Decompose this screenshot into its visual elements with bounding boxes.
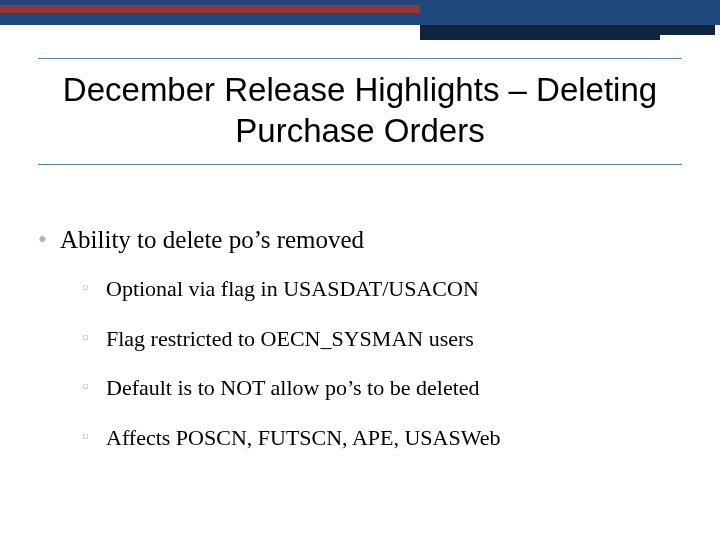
top-band-red-strip [0,5,420,13]
list-item-text: Optional via flag in USASDAT/USACON [106,276,479,301]
top-band-dark-strip [420,25,715,35]
body: Ability to delete po’s removed Optional … [34,225,686,473]
sub-bullet-list: Optional via flag in USASDAT/USACON Flag… [60,275,686,451]
list-item-text: Ability to delete po’s removed [60,226,364,253]
list-item-text: Flag restricted to OECN_SYSMAN users [106,326,474,351]
slide-title: December Release Highlights – Deleting P… [38,69,682,152]
list-item-text: Default is to NOT allow po’s to be delet… [106,375,480,400]
title-box: December Release Highlights – Deleting P… [38,58,682,165]
list-item: Default is to NOT allow po’s to be delet… [60,374,686,402]
list-item-text: Affects POSCN, FUTSCN, APE, USASWeb [106,425,501,450]
list-item: Ability to delete po’s removed Optional … [34,225,686,451]
list-item: Affects POSCN, FUTSCN, APE, USASWeb [60,424,686,452]
list-item: Flag restricted to OECN_SYSMAN users [60,325,686,353]
slide: December Release Highlights – Deleting P… [0,0,720,540]
list-item: Optional via flag in USASDAT/USACON [60,275,686,303]
top-band-dark-strip-2 [420,35,660,40]
bullet-list: Ability to delete po’s removed Optional … [34,225,686,451]
